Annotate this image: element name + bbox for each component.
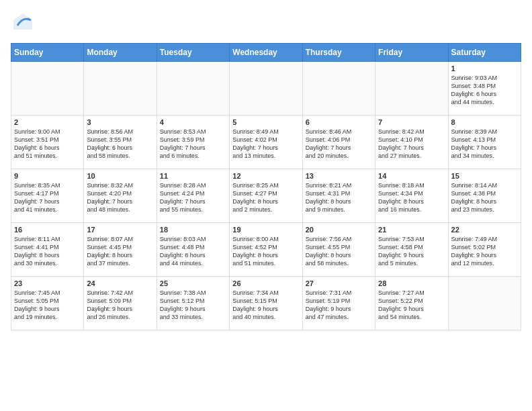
day-cell: 9Sunrise: 8:35 AM Sunset: 4:17 PM Daylig… xyxy=(11,169,84,223)
day-cell: 23Sunrise: 7:45 AM Sunset: 5:05 PM Dayli… xyxy=(11,277,84,330)
day-info: Sunrise: 8:28 AM Sunset: 4:24 PM Dayligh… xyxy=(160,181,226,214)
day-number: 6 xyxy=(306,118,372,126)
day-cell: 22Sunrise: 7:49 AM Sunset: 5:02 PM Dayli… xyxy=(448,223,521,277)
day-number: 14 xyxy=(378,172,445,180)
week-row-0: 1Sunrise: 9:03 AM Sunset: 3:48 PM Daylig… xyxy=(11,62,521,116)
day-cell: 10Sunrise: 8:32 AM Sunset: 4:20 PM Dayli… xyxy=(84,169,157,223)
day-cell: 16Sunrise: 8:11 AM Sunset: 4:41 PM Dayli… xyxy=(11,223,84,277)
day-number: 5 xyxy=(232,118,299,126)
day-number: 22 xyxy=(451,226,518,234)
day-info: Sunrise: 8:32 AM Sunset: 4:20 PM Dayligh… xyxy=(87,181,153,214)
day-cell: 14Sunrise: 8:18 AM Sunset: 4:34 PM Dayli… xyxy=(375,169,448,223)
day-header-wednesday: Wednesday xyxy=(230,44,302,62)
day-info: Sunrise: 8:14 AM Sunset: 4:38 PM Dayligh… xyxy=(451,181,518,214)
day-header-tuesday: Tuesday xyxy=(157,44,229,62)
day-number: 1 xyxy=(451,64,518,73)
day-cell: 4Sunrise: 8:53 AM Sunset: 3:59 PM Daylig… xyxy=(157,116,229,169)
day-info: Sunrise: 7:27 AM Sunset: 5:22 PM Dayligh… xyxy=(378,289,445,322)
day-header-sunday: Sunday xyxy=(11,44,84,62)
day-cell: 3Sunrise: 8:56 AM Sunset: 3:55 PM Daylig… xyxy=(84,116,157,169)
day-cell: 12Sunrise: 8:25 AM Sunset: 4:27 PM Dayli… xyxy=(230,169,302,223)
day-cell: 20Sunrise: 7:56 AM Sunset: 4:55 PM Dayli… xyxy=(302,223,375,277)
day-number: 24 xyxy=(87,279,153,287)
logo xyxy=(11,11,38,35)
day-number: 27 xyxy=(306,279,372,287)
day-info: Sunrise: 7:34 AM Sunset: 5:15 PM Dayligh… xyxy=(232,289,299,322)
day-info: Sunrise: 8:42 AM Sunset: 4:10 PM Dayligh… xyxy=(378,128,445,161)
days-header-row: SundayMondayTuesdayWednesdayThursdayFrid… xyxy=(11,44,521,62)
day-number: 21 xyxy=(378,226,445,234)
day-number: 2 xyxy=(14,118,81,126)
day-info: Sunrise: 9:03 AM Sunset: 3:48 PM Dayligh… xyxy=(451,74,518,107)
day-cell xyxy=(230,62,302,116)
day-info: Sunrise: 8:25 AM Sunset: 4:27 PM Dayligh… xyxy=(232,181,299,214)
day-info: Sunrise: 8:11 AM Sunset: 4:41 PM Dayligh… xyxy=(14,235,81,268)
day-cell: 13Sunrise: 8:21 AM Sunset: 4:31 PM Dayli… xyxy=(302,169,375,223)
day-info: Sunrise: 7:38 AM Sunset: 5:12 PM Dayligh… xyxy=(160,289,226,322)
day-info: Sunrise: 8:49 AM Sunset: 4:02 PM Dayligh… xyxy=(232,128,299,161)
day-number: 15 xyxy=(451,172,518,180)
day-number: 13 xyxy=(306,172,372,180)
day-info: Sunrise: 7:31 AM Sunset: 5:19 PM Dayligh… xyxy=(306,289,372,322)
day-number: 7 xyxy=(378,118,445,126)
week-row-4: 23Sunrise: 7:45 AM Sunset: 5:05 PM Dayli… xyxy=(11,277,521,330)
day-number: 28 xyxy=(378,279,445,287)
day-cell xyxy=(11,62,84,116)
day-info: Sunrise: 8:35 AM Sunset: 4:17 PM Dayligh… xyxy=(14,181,81,214)
day-info: Sunrise: 8:46 AM Sunset: 4:06 PM Dayligh… xyxy=(306,128,372,161)
day-cell: 26Sunrise: 7:34 AM Sunset: 5:15 PM Dayli… xyxy=(230,277,302,330)
day-info: Sunrise: 8:07 AM Sunset: 4:45 PM Dayligh… xyxy=(87,235,153,268)
header xyxy=(11,11,521,35)
day-info: Sunrise: 8:18 AM Sunset: 4:34 PM Dayligh… xyxy=(378,181,445,214)
day-cell: 18Sunrise: 8:03 AM Sunset: 4:48 PM Dayli… xyxy=(157,223,229,277)
day-info: Sunrise: 7:45 AM Sunset: 5:05 PM Dayligh… xyxy=(14,289,81,322)
calendar: SundayMondayTuesdayWednesdayThursdayFrid… xyxy=(11,43,521,330)
day-cell xyxy=(448,277,521,330)
day-info: Sunrise: 9:00 AM Sunset: 3:51 PM Dayligh… xyxy=(14,128,81,161)
day-number: 26 xyxy=(232,279,299,287)
day-number: 12 xyxy=(232,172,299,180)
day-cell: 6Sunrise: 8:46 AM Sunset: 4:06 PM Daylig… xyxy=(302,116,375,169)
day-header-saturday: Saturday xyxy=(448,44,521,62)
day-number: 9 xyxy=(14,172,81,180)
day-cell: 24Sunrise: 7:42 AM Sunset: 5:09 PM Dayli… xyxy=(84,277,157,330)
day-number: 11 xyxy=(160,172,226,180)
day-cell xyxy=(302,62,375,116)
day-cell: 7Sunrise: 8:42 AM Sunset: 4:10 PM Daylig… xyxy=(375,116,448,169)
day-info: Sunrise: 8:00 AM Sunset: 4:52 PM Dayligh… xyxy=(232,235,299,268)
day-number: 8 xyxy=(451,118,518,126)
day-cell: 1Sunrise: 9:03 AM Sunset: 3:48 PM Daylig… xyxy=(448,62,521,116)
day-number: 25 xyxy=(160,279,226,287)
day-cell: 19Sunrise: 8:00 AM Sunset: 4:52 PM Dayli… xyxy=(230,223,302,277)
day-info: Sunrise: 8:39 AM Sunset: 4:13 PM Dayligh… xyxy=(451,128,518,161)
logo-icon xyxy=(11,11,35,35)
day-info: Sunrise: 7:53 AM Sunset: 4:58 PM Dayligh… xyxy=(378,235,445,268)
day-cell: 8Sunrise: 8:39 AM Sunset: 4:13 PM Daylig… xyxy=(448,116,521,169)
day-number: 3 xyxy=(87,118,153,126)
day-info: Sunrise: 8:03 AM Sunset: 4:48 PM Dayligh… xyxy=(160,235,226,268)
day-cell xyxy=(157,62,229,116)
day-number: 4 xyxy=(160,118,226,126)
day-cell: 2Sunrise: 9:00 AM Sunset: 3:51 PM Daylig… xyxy=(11,116,84,169)
day-info: Sunrise: 7:42 AM Sunset: 5:09 PM Dayligh… xyxy=(87,289,153,322)
day-number: 19 xyxy=(232,226,299,234)
day-cell xyxy=(375,62,448,116)
day-cell: 17Sunrise: 8:07 AM Sunset: 4:45 PM Dayli… xyxy=(84,223,157,277)
day-cell: 28Sunrise: 7:27 AM Sunset: 5:22 PM Dayli… xyxy=(375,277,448,330)
day-cell: 15Sunrise: 8:14 AM Sunset: 4:38 PM Dayli… xyxy=(448,169,521,223)
week-row-3: 16Sunrise: 8:11 AM Sunset: 4:41 PM Dayli… xyxy=(11,223,521,277)
day-info: Sunrise: 8:53 AM Sunset: 3:59 PM Dayligh… xyxy=(160,128,226,161)
day-info: Sunrise: 8:21 AM Sunset: 4:31 PM Dayligh… xyxy=(306,181,372,214)
day-header-monday: Monday xyxy=(84,44,157,62)
day-info: Sunrise: 8:56 AM Sunset: 3:55 PM Dayligh… xyxy=(87,128,153,161)
day-number: 10 xyxy=(87,172,153,180)
day-info: Sunrise: 7:56 AM Sunset: 4:55 PM Dayligh… xyxy=(306,235,372,268)
day-cell: 25Sunrise: 7:38 AM Sunset: 5:12 PM Dayli… xyxy=(157,277,229,330)
week-row-1: 2Sunrise: 9:00 AM Sunset: 3:51 PM Daylig… xyxy=(11,116,521,169)
day-info: Sunrise: 7:49 AM Sunset: 5:02 PM Dayligh… xyxy=(451,235,518,268)
day-number: 20 xyxy=(306,226,372,234)
day-number: 17 xyxy=(87,226,153,234)
week-row-2: 9Sunrise: 8:35 AM Sunset: 4:17 PM Daylig… xyxy=(11,169,521,223)
day-cell: 5Sunrise: 8:49 AM Sunset: 4:02 PM Daylig… xyxy=(230,116,302,169)
day-cell xyxy=(84,62,157,116)
